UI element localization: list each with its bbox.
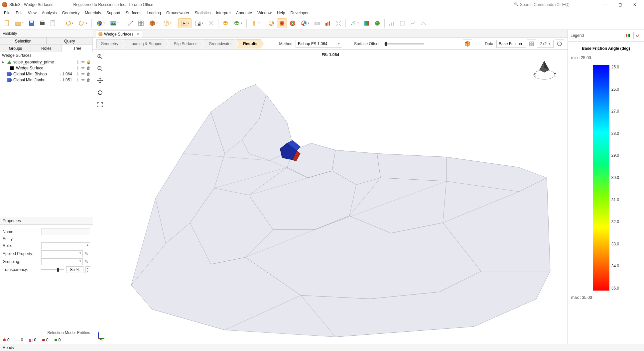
menu-annotate[interactable]: Annotate — [233, 10, 255, 16]
tab-tree[interactable]: Tree — [62, 45, 93, 52]
grouping-select[interactable] — [41, 258, 83, 265]
workflow-step-results[interactable]: Results — [235, 39, 264, 48]
tab-query[interactable]: Query — [47, 38, 93, 45]
color-wheel-button[interactable] — [94, 18, 107, 28]
tree-row[interactable]: Wedge Surface ↥👁🗑 — [0, 65, 93, 71]
expand-arrows-button[interactable] — [333, 18, 343, 28]
legend-settings-button[interactable] — [624, 32, 632, 39]
delete-icon[interactable]: 🗑 — [86, 78, 91, 82]
layers-green-button[interactable] — [231, 18, 244, 28]
cube-wire-button[interactable] — [161, 18, 174, 28]
eye-icon[interactable]: 👁 — [81, 72, 85, 76]
transparency-stepper[interactable]: ▲▼ — [85, 266, 90, 273]
data-select[interactable]: Base Friction — [496, 40, 526, 48]
workflow-step-slip-surfaces[interactable]: Slip Surfaces — [166, 39, 204, 48]
maximize-button[interactable]: ▢ — [613, 0, 627, 9]
menu-surfaces[interactable]: Surfaces — [123, 10, 144, 16]
document-tab[interactable]: Wedge Surfaces ✕ — [95, 31, 142, 38]
applied-property-select[interactable] — [41, 250, 83, 257]
delete-x-button[interactable] — [206, 18, 216, 28]
sphere-button[interactable] — [372, 18, 382, 28]
workflow-step-groundwater[interactable]: Groundwater — [201, 39, 238, 48]
scatter-button[interactable] — [348, 18, 361, 28]
print-button[interactable] — [37, 18, 47, 28]
tree-row[interactable]: ▶ solpe_geometry_prime ↥👁🔒 — [0, 59, 93, 65]
search-commands-input[interactable]: Search Commands (Ctrl+Q) — [512, 1, 598, 8]
menu-analysis[interactable]: Analysis — [39, 10, 60, 16]
document-button[interactable] — [48, 18, 58, 28]
heatmap-button[interactable] — [277, 18, 287, 28]
tree-row[interactable]: Global Min: Janbu - 1.051 ↥👁🗑 — [0, 77, 93, 83]
new-file-button[interactable] — [2, 18, 12, 28]
delete-icon[interactable]: 🗑 — [86, 72, 91, 76]
save-button[interactable] — [27, 18, 37, 28]
undo-button[interactable] — [62, 18, 75, 28]
delete-icon[interactable]: 🗑 — [86, 66, 91, 70]
tab-selection[interactable]: Selection — [0, 38, 47, 45]
close-window-button[interactable]: ✕ — [627, 0, 642, 9]
view-cube-button[interactable] — [463, 40, 472, 48]
cube-rainbow-button[interactable] — [298, 18, 312, 28]
grid-size-select[interactable]: 2x2▾ — [537, 40, 554, 48]
menu-loading[interactable]: Loading — [144, 10, 164, 16]
eye-icon[interactable]: 👁 — [81, 78, 85, 82]
legend-chart-button[interactable] — [633, 32, 641, 39]
menu-edit[interactable]: Edit — [13, 10, 25, 16]
line-chart-button[interactable] — [408, 18, 418, 28]
menu-materials[interactable]: Materials — [82, 10, 104, 16]
bar-chart-button[interactable] — [387, 18, 397, 28]
refresh-button[interactable] — [555, 40, 564, 48]
select-lock-button[interactable] — [192, 18, 205, 28]
menu-interpret[interactable]: Interpret — [213, 10, 233, 16]
menu-view[interactable]: View — [25, 10, 39, 16]
arrow-up-icon[interactable]: ↥ — [75, 66, 80, 70]
method-select[interactable]: Bishop FS 1.064▾ — [296, 40, 342, 48]
tab-roles[interactable]: Roles — [31, 45, 62, 52]
arrow-up-icon[interactable]: ↥ — [75, 78, 80, 82]
menu-support[interactable]: Support — [104, 10, 123, 16]
menu-groundwater[interactable]: Groundwater — [164, 10, 192, 16]
curve-chart-button[interactable] — [419, 18, 429, 28]
menu-developer[interactable]: Developer — [288, 10, 312, 16]
arrow-up-icon[interactable]: ↥ — [75, 72, 80, 76]
transparency-slider[interactable] — [41, 269, 64, 270]
surface-offset-slider[interactable] — [384, 43, 424, 44]
grid-button[interactable] — [136, 18, 146, 28]
eye-icon[interactable]: 👁 — [81, 60, 85, 64]
gradient-button[interactable] — [362, 18, 372, 28]
role-select[interactable] — [41, 242, 90, 249]
measure-button[interactable] — [125, 18, 135, 28]
menu-statistics[interactable]: Statistics — [192, 10, 213, 16]
redo-button[interactable] — [76, 18, 89, 28]
select-arrow-button[interactable] — [178, 18, 192, 28]
bar-yellow-button[interactable] — [249, 18, 262, 28]
open-file-button[interactable] — [13, 18, 26, 28]
menu-window[interactable]: Window — [255, 10, 274, 16]
menu-geometry[interactable]: Geometry — [60, 10, 82, 16]
close-tab-icon[interactable]: ✕ — [136, 32, 139, 37]
stacked-bars-button[interactable] — [323, 18, 333, 28]
name-input[interactable] — [41, 228, 90, 235]
edit-icon[interactable]: ✎ — [85, 259, 90, 264]
lock-icon[interactable]: 🔒 — [86, 60, 91, 64]
3d-viewport[interactable]: FS: 1.064 — [93, 50, 568, 344]
workflow-step-geometry[interactable]: Geometry — [96, 39, 125, 48]
menu-help[interactable]: Help — [274, 10, 288, 16]
tab-groups[interactable]: Groups — [0, 45, 31, 52]
orientation-compass[interactable]: S E — [531, 56, 558, 83]
transparency-value[interactable]: 85 % — [66, 266, 83, 273]
image-button[interactable] — [108, 18, 121, 28]
tree-row[interactable]: Global Min: Bishop - 1.064 ↥👁🗑 — [0, 71, 93, 77]
minimize-button[interactable]: — — [598, 0, 613, 9]
contour-button[interactable] — [266, 18, 276, 28]
expand-icon[interactable]: ▶ — [2, 60, 5, 64]
eye-icon[interactable]: 👁 — [81, 66, 85, 70]
camera-button[interactable] — [312, 18, 322, 28]
histogram-button[interactable] — [397, 18, 407, 28]
arrow-up-icon[interactable]: ↥ — [75, 60, 80, 64]
layers-orange-button[interactable] — [220, 18, 230, 28]
edit-icon[interactable]: ✎ — [85, 251, 90, 256]
workflow-step-loading-support[interactable]: Loading & Support — [122, 39, 169, 48]
cube-orange-button[interactable] — [147, 18, 160, 28]
grid-layout-button[interactable] — [527, 40, 536, 48]
